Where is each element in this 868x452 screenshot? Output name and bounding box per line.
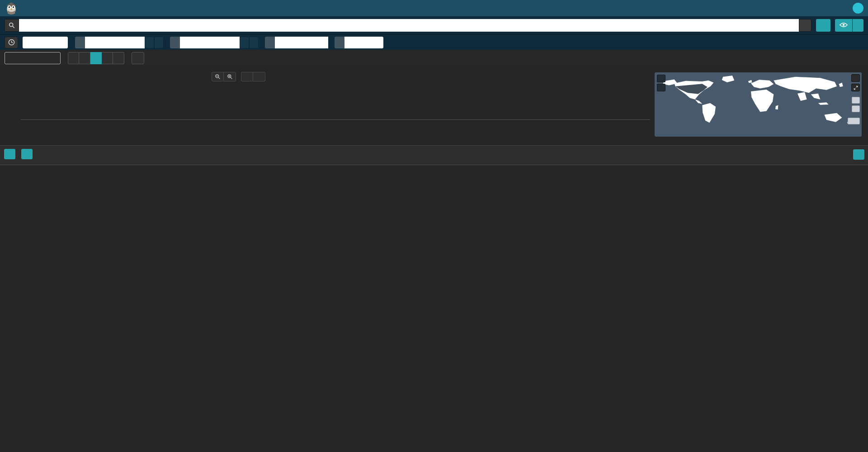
map-src-button[interactable] — [852, 97, 860, 104]
showing-entries-label — [132, 52, 144, 64]
current-page-button[interactable] — [90, 52, 102, 64]
time-range-select[interactable] — [23, 37, 68, 48]
world-map-image — [655, 72, 862, 137]
timeline-graph — [0, 67, 655, 142]
end-time-input[interactable] — [180, 37, 240, 48]
pager — [68, 52, 124, 64]
map-zoom-controls — [657, 75, 665, 91]
map-dst-button[interactable] — [852, 105, 860, 112]
per-page-select[interactable] — [5, 52, 61, 64]
clear-search-button[interactable] — [799, 19, 811, 32]
end-jump-first-button[interactable] — [240, 37, 249, 48]
start-time-input[interactable] — [85, 37, 145, 48]
search-icon — [5, 19, 19, 32]
toggle-columns-button[interactable] — [21, 149, 33, 159]
interval-label — [335, 37, 344, 48]
search-bar — [0, 16, 868, 34]
time-range-bar — [0, 34, 868, 50]
interval-group — [335, 37, 383, 48]
map-close-icon[interactable] — [851, 74, 860, 82]
zoom-buttons — [212, 72, 236, 81]
start-jump-first-button[interactable] — [145, 37, 154, 48]
table-body — [0, 165, 868, 452]
bounding-select[interactable] — [275, 37, 328, 48]
graph-plot[interactable] — [21, 73, 650, 120]
next-page-button[interactable] — [102, 52, 113, 64]
map-zoom-out-button[interactable] — [657, 84, 665, 91]
graph-x-axis — [21, 123, 650, 137]
graph-y-axis — [0, 73, 19, 120]
bounding-group — [265, 37, 328, 48]
clock-icon[interactable] — [5, 37, 18, 48]
last-page-button[interactable] — [113, 52, 124, 64]
start-label — [75, 37, 85, 48]
help-info-icon[interactable] — [853, 3, 863, 14]
table-view-buttons — [0, 147, 44, 159]
pagination-bar — [0, 50, 868, 67]
arkime-owl-logo[interactable] — [5, 1, 18, 15]
graph-controls — [212, 72, 275, 81]
visualization-row — [0, 67, 868, 142]
prev-page-button[interactable] — [79, 52, 90, 64]
eye-icon — [840, 22, 848, 29]
map-zoom-in-button[interactable] — [657, 75, 665, 82]
table-header-row — [0, 145, 868, 165]
pan-left-button[interactable] — [241, 72, 253, 81]
grid-view-button[interactable] — [4, 149, 15, 159]
views-caret-button[interactable] — [853, 19, 863, 32]
first-page-button[interactable] — [68, 52, 79, 64]
bounding-label — [265, 37, 275, 48]
table-settings-button[interactable] — [853, 149, 864, 160]
arkime-sessions-page — [0, 0, 868, 452]
world-map[interactable] — [655, 72, 862, 137]
search-button[interactable] — [816, 19, 830, 32]
pan-right-button[interactable] — [253, 72, 265, 81]
search-query-input[interactable] — [19, 19, 799, 32]
start-jump-last-button[interactable] — [154, 37, 164, 48]
sessions-table — [0, 145, 868, 452]
owl-logo-image — [5, 1, 18, 15]
end-time-group — [170, 37, 259, 48]
zoom-in-icon[interactable] — [224, 72, 236, 81]
views-button[interactable] — [835, 19, 852, 32]
end-jump-last-button[interactable] — [249, 37, 259, 48]
interval-select[interactable] — [344, 37, 383, 48]
pan-buttons — [241, 72, 265, 81]
end-label — [170, 37, 180, 48]
map-tools — [848, 74, 860, 135]
navbar — [0, 0, 868, 16]
map-xff-button[interactable] — [848, 118, 860, 124]
map-expand-icon[interactable] — [851, 84, 860, 91]
start-time-group — [75, 37, 164, 48]
zoom-out-icon[interactable] — [212, 72, 224, 81]
